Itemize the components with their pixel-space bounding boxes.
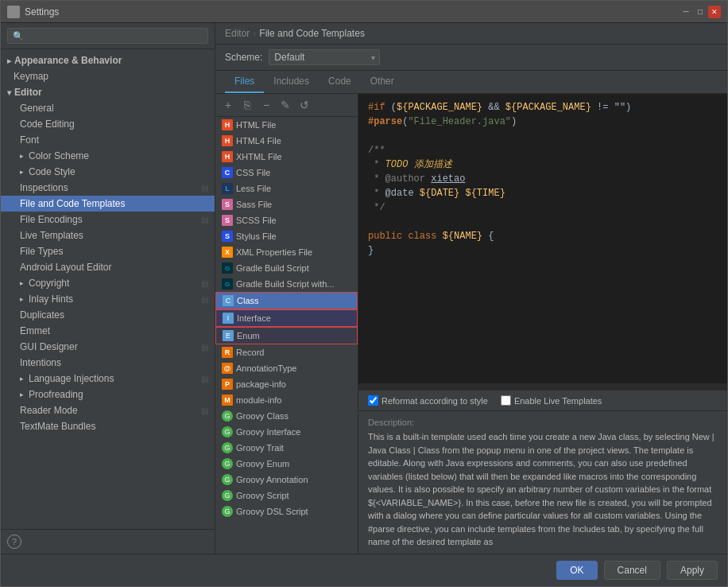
sidebar-item-intentions[interactable]: Intentions [1, 355, 215, 371]
live-templates-checkbox[interactable] [501, 395, 511, 406]
template-html-file[interactable]: H HTML File [215, 117, 358, 133]
xhtml-file-icon: H [222, 151, 233, 162]
template-module-info[interactable]: M module-info [215, 392, 358, 408]
sidebar-item-live-templates[interactable]: Live Templates [1, 227, 215, 243]
template-css-file[interactable]: C CSS File [215, 165, 358, 181]
code-editor-panel: #if (${PACKAGE_NAME} && ${PACKAGE_NAME} … [358, 94, 727, 554]
tab-files[interactable]: Files [225, 71, 264, 93]
panels-area: + ⎘ − ✎ ↺ H HTML File H [215, 94, 727, 554]
template-package-info[interactable]: P package-info [215, 376, 358, 392]
breadcrumb-current: File and Code Templates [259, 28, 365, 39]
template-gradle-build[interactable]: G Gradle Build Script [215, 260, 358, 276]
minimize-button[interactable]: ─ [680, 6, 692, 18]
description-label: Description: [368, 418, 718, 427]
code-scrollbar[interactable] [358, 383, 727, 390]
template-annotation-type[interactable]: @ AnnotationType [215, 360, 358, 376]
template-module-info-label: module-info [236, 395, 281, 405]
reformat-checkbox-label[interactable]: Reformat according to style [368, 395, 488, 406]
template-groovy-trait[interactable]: G Groovy Trait [215, 440, 358, 456]
sidebar-item-keymap-label: Keymap [14, 71, 48, 82]
tab-includes[interactable]: Includes [264, 71, 319, 93]
sidebar-item-appearance[interactable]: Appearance & Behavior [1, 52, 215, 68]
template-groovy-class[interactable]: G Groovy Class [215, 408, 358, 424]
sidebar-item-android-layout[interactable]: Android Layout Editor [1, 259, 215, 275]
template-groovy-dsl[interactable]: G Groovy DSL Script [215, 503, 358, 519]
live-templates-checkbox-label[interactable]: Enable Live Templates [501, 395, 602, 406]
remove-template-button[interactable]: − [258, 97, 274, 113]
sidebar-item-emmet[interactable]: Emmet [1, 323, 215, 339]
template-sass-file[interactable]: S Sass File [215, 196, 358, 212]
template-class-label: Class [237, 296, 259, 305]
template-groovy-annotation-label: Groovy Annotation [236, 475, 308, 484]
reformat-checkbox[interactable] [368, 395, 378, 406]
rm-indicator: ▤ [201, 406, 208, 415]
template-less-file[interactable]: L Less File [215, 181, 358, 196]
breadcrumb: Editor › File and Code Templates [215, 23, 727, 45]
code-area[interactable]: #if (${PACKAGE_NAME} && ${PACKAGE_NAME} … [358, 94, 727, 383]
sidebar-item-copyright-label: Copyright [29, 278, 69, 289]
groovy-annotation-icon: G [222, 474, 233, 485]
code-line-comment-close: */ [368, 200, 718, 215]
window-title: Settings [25, 6, 675, 17]
sidebar-item-file-types[interactable]: File Types [1, 243, 215, 259]
reformat-label: Reformat according to style [381, 396, 488, 406]
sidebar-item-lang-injections[interactable]: ▸ Language Injections ▤ [1, 371, 215, 387]
search-input[interactable] [7, 28, 208, 44]
reset-template-button[interactable]: ↺ [296, 97, 312, 113]
sidebar-item-fct-label: File and Code Templates [20, 198, 126, 209]
sidebar-item-proofreading[interactable]: ▸ Proofreading [1, 387, 215, 402]
sidebar-item-general[interactable]: General [1, 100, 215, 116]
sidebar-item-code-editing[interactable]: Code Editing [1, 116, 215, 132]
copy-template-button[interactable]: ⎘ [239, 97, 255, 113]
scheme-row: Scheme: Default Project [215, 45, 727, 71]
sidebar-item-file-code-templates[interactable]: File and Code Templates [1, 196, 215, 212]
template-scss-file[interactable]: S SCSS File [215, 212, 358, 228]
template-xml-properties[interactable]: X XML Properties File [215, 244, 358, 260]
template-html4-file[interactable]: H HTML4 File [215, 133, 358, 149]
sidebar-item-color-scheme[interactable]: ▸ Color Scheme [1, 148, 215, 164]
template-groovy-script[interactable]: G Groovy Script [215, 488, 358, 503]
help-button[interactable]: ? [7, 535, 21, 549]
sidebar-item-textmate[interactable]: TextMate Bundles [1, 418, 215, 434]
template-gradle-build-with[interactable]: G Gradle Build Script with... [215, 276, 358, 292]
rename-template-button[interactable]: ✎ [277, 97, 293, 113]
sidebar-item-copyright[interactable]: ▸ Copyright ▤ [1, 275, 215, 291]
apply-button[interactable]: Apply [667, 561, 718, 580]
tab-code[interactable]: Code [319, 71, 361, 93]
sidebar-item-lt-label: Live Templates [20, 230, 83, 241]
close-button[interactable]: ✕ [708, 6, 721, 18]
description-text: This is a built-in template used each ti… [368, 430, 718, 549]
cancel-button[interactable]: Cancel [604, 561, 660, 580]
sidebar-item-inlay-hints[interactable]: ▸ Inlay Hints ▤ [1, 291, 215, 307]
sidebar-item-appearance-label: Appearance & Behavior [14, 55, 122, 66]
ok-button[interactable]: OK [556, 561, 597, 580]
templates-list: H HTML File H HTML4 File H XHTML File [215, 117, 358, 554]
template-interface[interactable]: I Interface [215, 309, 358, 327]
template-groovy-interface[interactable]: G Groovy Interface [215, 424, 358, 440]
sidebar-item-reader-mode[interactable]: Reader Mode ▤ [1, 402, 215, 418]
sidebar-item-duplicates[interactable]: Duplicates [1, 307, 215, 323]
template-interface-label: Interface [237, 313, 271, 323]
template-stylus-file[interactable]: S Stylus File [215, 228, 358, 244]
template-class[interactable]: C Class [215, 292, 358, 309]
groovy-enum-icon: G [222, 458, 233, 469]
template-groovy-enum[interactable]: G Groovy Enum [215, 456, 358, 472]
template-xhtml-file[interactable]: H XHTML File [215, 149, 358, 165]
sidebar-item-gui-designer[interactable]: GUI Designer ▤ [1, 339, 215, 355]
template-record[interactable]: R Record [215, 344, 358, 360]
code-line-author: * @author xietao [368, 172, 718, 186]
template-groovy-annotation[interactable]: G Groovy Annotation [215, 472, 358, 488]
sidebar-item-code-style[interactable]: ▸ Code Style [1, 164, 215, 180]
tab-other[interactable]: Other [361, 71, 404, 93]
sidebar-item-file-encodings[interactable]: File Encodings ▤ [1, 212, 215, 227]
fe-indicator: ▤ [201, 216, 208, 224]
sidebar-item-font[interactable]: Font [1, 132, 215, 148]
sidebar-item-keymap[interactable]: Keymap [1, 68, 215, 84]
maximize-button[interactable]: □ [694, 6, 707, 18]
sidebar-item-editor[interactable]: Editor [1, 84, 215, 100]
template-enum[interactable]: E Enum [215, 327, 358, 344]
groovy-interface-icon: G [222, 426, 233, 437]
add-template-button[interactable]: + [220, 97, 236, 113]
sidebar-item-inspections[interactable]: Inspections ▤ [1, 180, 215, 196]
scheme-select[interactable]: Default Project [269, 49, 380, 65]
